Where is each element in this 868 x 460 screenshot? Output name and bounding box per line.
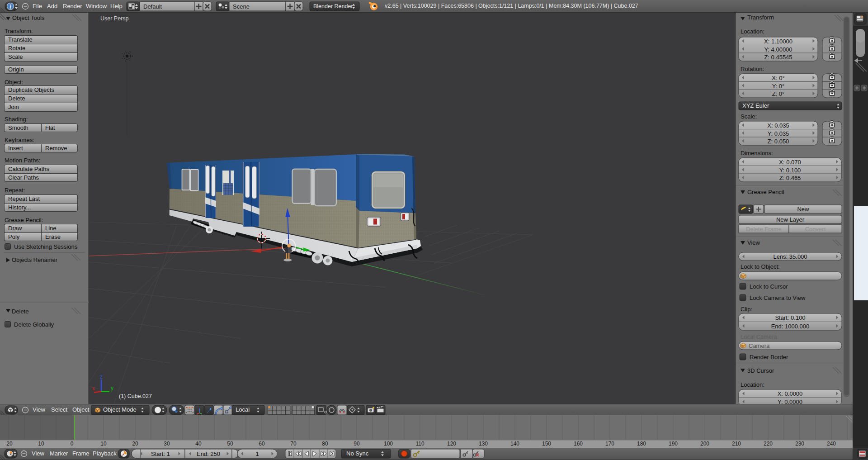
svg-text:Blender Render: Blender Render — [313, 3, 353, 9]
svg-text:Default: Default — [143, 3, 162, 10]
svg-text:Scene: Scene — [233, 3, 250, 10]
svg-text:↺: ↺ — [324, 410, 327, 414]
svg-text:i: i — [9, 4, 11, 10]
svg-text:y: y — [111, 385, 113, 391]
svg-text:(1) Cube.027: (1) Cube.027 — [119, 393, 152, 399]
svg-text:x: x — [92, 385, 95, 392]
svg-text:User Persp: User Persp — [100, 15, 129, 22]
svg-text:z: z — [100, 374, 103, 380]
